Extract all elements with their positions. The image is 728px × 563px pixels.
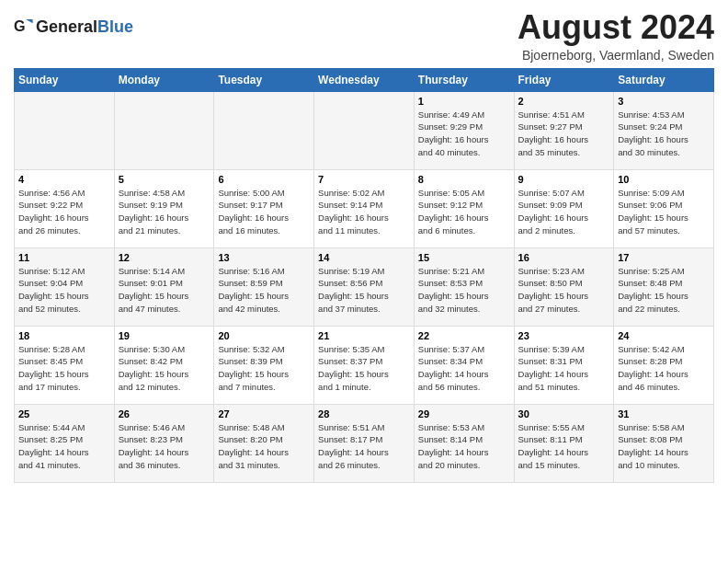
- day-number: 13: [218, 252, 310, 263]
- day-number: 26: [119, 408, 210, 419]
- day-number: 24: [618, 330, 710, 341]
- calendar-cell: [314, 91, 415, 169]
- calendar-cell: 15Sunrise: 5:21 AM Sunset: 8:53 PM Dayli…: [414, 247, 514, 326]
- day-number: 31: [618, 408, 710, 419]
- calendar-cell: 23Sunrise: 5:39 AM Sunset: 8:31 PM Dayli…: [514, 326, 614, 404]
- calendar-cell: 6Sunrise: 5:00 AM Sunset: 9:17 PM Daylig…: [214, 169, 314, 247]
- day-number: 28: [318, 408, 410, 419]
- calendar-week-row: 18Sunrise: 5:28 AM Sunset: 8:45 PM Dayli…: [15, 326, 714, 404]
- day-info: Sunrise: 4:51 AM Sunset: 9:27 PM Dayligh…: [518, 109, 610, 159]
- day-of-week-header: Thursday: [414, 68, 514, 91]
- calendar-cell: 3Sunrise: 4:53 AM Sunset: 9:24 PM Daylig…: [614, 91, 714, 169]
- calendar-cell: 31Sunrise: 5:58 AM Sunset: 8:08 PM Dayli…: [614, 404, 714, 482]
- logo-blue-text: Blue: [97, 17, 133, 37]
- calendar-cell: 12Sunrise: 5:14 AM Sunset: 9:01 PM Dayli…: [114, 247, 214, 326]
- day-info: Sunrise: 4:49 AM Sunset: 9:29 PM Dayligh…: [418, 109, 510, 159]
- day-info: Sunrise: 5:35 AM Sunset: 8:37 PM Dayligh…: [318, 343, 410, 394]
- calendar-cell: 1Sunrise: 4:49 AM Sunset: 9:29 PM Daylig…: [414, 91, 514, 169]
- day-number: 6: [218, 174, 310, 185]
- calendar-week-row: 1Sunrise: 4:49 AM Sunset: 9:29 PM Daylig…: [15, 91, 714, 169]
- day-info: Sunrise: 5:46 AM Sunset: 8:23 PM Dayligh…: [119, 421, 210, 472]
- calendar-cell: [114, 91, 214, 169]
- calendar-cell: 16Sunrise: 5:23 AM Sunset: 8:50 PM Dayli…: [514, 247, 614, 326]
- calendar-cell: 4Sunrise: 4:56 AM Sunset: 9:22 PM Daylig…: [15, 169, 115, 247]
- day-of-week-header: Friday: [514, 68, 614, 91]
- day-number: 23: [518, 330, 610, 341]
- calendar-week-row: 25Sunrise: 5:44 AM Sunset: 8:25 PM Dayli…: [15, 404, 714, 482]
- svg-marker-1: [26, 19, 32, 23]
- day-info: Sunrise: 5:30 AM Sunset: 8:42 PM Dayligh…: [119, 343, 210, 394]
- day-info: Sunrise: 4:58 AM Sunset: 9:19 PM Dayligh…: [119, 187, 210, 237]
- calendar-cell: [214, 91, 314, 169]
- day-number: 2: [518, 96, 610, 107]
- day-number: 27: [218, 408, 310, 419]
- calendar-cell: 2Sunrise: 4:51 AM Sunset: 9:27 PM Daylig…: [514, 91, 614, 169]
- day-number: 20: [218, 330, 310, 341]
- day-number: 18: [18, 330, 110, 341]
- logo-icon: G: [14, 17, 34, 37]
- calendar-header-row: SundayMondayTuesdayWednesdayThursdayFrid…: [15, 68, 714, 91]
- calendar-cell: 25Sunrise: 5:44 AM Sunset: 8:25 PM Dayli…: [15, 404, 115, 482]
- day-number: 30: [518, 408, 610, 419]
- calendar-cell: 8Sunrise: 5:05 AM Sunset: 9:12 PM Daylig…: [414, 169, 514, 247]
- day-number: 8: [418, 174, 510, 185]
- day-info: Sunrise: 5:51 AM Sunset: 8:17 PM Dayligh…: [318, 421, 410, 472]
- day-number: 5: [119, 174, 210, 185]
- day-number: 21: [318, 330, 410, 341]
- calendar-cell: 7Sunrise: 5:02 AM Sunset: 9:14 PM Daylig…: [314, 169, 415, 247]
- calendar-cell: 9Sunrise: 5:07 AM Sunset: 9:09 PM Daylig…: [514, 169, 614, 247]
- calendar-cell: 18Sunrise: 5:28 AM Sunset: 8:45 PM Dayli…: [15, 326, 115, 404]
- calendar-cell: [15, 91, 115, 169]
- day-info: Sunrise: 4:56 AM Sunset: 9:22 PM Dayligh…: [18, 187, 110, 237]
- calendar-cell: 17Sunrise: 5:25 AM Sunset: 8:48 PM Dayli…: [614, 247, 714, 326]
- day-info: Sunrise: 5:37 AM Sunset: 8:34 PM Dayligh…: [418, 343, 510, 394]
- day-info: Sunrise: 5:02 AM Sunset: 9:14 PM Dayligh…: [318, 187, 410, 237]
- day-info: Sunrise: 4:53 AM Sunset: 9:24 PM Dayligh…: [618, 109, 710, 159]
- day-info: Sunrise: 5:14 AM Sunset: 9:01 PM Dayligh…: [119, 265, 210, 316]
- day-info: Sunrise: 5:58 AM Sunset: 8:08 PM Dayligh…: [618, 421, 710, 472]
- calendar-cell: 26Sunrise: 5:46 AM Sunset: 8:23 PM Dayli…: [114, 404, 214, 482]
- day-of-week-header: Saturday: [614, 68, 714, 91]
- calendar-cell: 10Sunrise: 5:09 AM Sunset: 9:06 PM Dayli…: [614, 169, 714, 247]
- day-number: 14: [318, 252, 410, 263]
- day-info: Sunrise: 5:55 AM Sunset: 8:11 PM Dayligh…: [518, 421, 610, 472]
- title-section: August 2024 Bjoerneborg, Vaermland, Swed…: [518, 9, 714, 63]
- day-number: 29: [418, 408, 510, 419]
- day-info: Sunrise: 5:09 AM Sunset: 9:06 PM Dayligh…: [618, 187, 710, 237]
- calendar-cell: 27Sunrise: 5:48 AM Sunset: 8:20 PM Dayli…: [214, 404, 314, 482]
- day-of-week-header: Wednesday: [314, 68, 415, 91]
- calendar-cell: 11Sunrise: 5:12 AM Sunset: 9:04 PM Dayli…: [15, 247, 115, 326]
- day-info: Sunrise: 5:07 AM Sunset: 9:09 PM Dayligh…: [518, 187, 610, 237]
- calendar-cell: 24Sunrise: 5:42 AM Sunset: 8:28 PM Dayli…: [614, 326, 714, 404]
- day-info: Sunrise: 5:21 AM Sunset: 8:53 PM Dayligh…: [418, 265, 510, 316]
- day-number: 4: [18, 174, 110, 185]
- day-info: Sunrise: 5:25 AM Sunset: 8:48 PM Dayligh…: [618, 265, 710, 316]
- day-number: 19: [119, 330, 210, 341]
- day-number: 7: [318, 174, 410, 185]
- calendar-cell: 29Sunrise: 5:53 AM Sunset: 8:14 PM Dayli…: [414, 404, 514, 482]
- calendar-cell: 30Sunrise: 5:55 AM Sunset: 8:11 PM Dayli…: [514, 404, 614, 482]
- day-info: Sunrise: 5:12 AM Sunset: 9:04 PM Dayligh…: [18, 265, 110, 316]
- day-number: 15: [418, 252, 510, 263]
- day-info: Sunrise: 5:00 AM Sunset: 9:17 PM Dayligh…: [218, 187, 310, 237]
- calendar-cell: 22Sunrise: 5:37 AM Sunset: 8:34 PM Dayli…: [414, 326, 514, 404]
- month-title: August 2024: [518, 9, 714, 46]
- calendar-week-row: 11Sunrise: 5:12 AM Sunset: 9:04 PM Dayli…: [15, 247, 714, 326]
- day-number: 10: [618, 174, 710, 185]
- day-number: 12: [119, 252, 210, 263]
- calendar-cell: 19Sunrise: 5:30 AM Sunset: 8:42 PM Dayli…: [114, 326, 214, 404]
- day-info: Sunrise: 5:28 AM Sunset: 8:45 PM Dayligh…: [18, 343, 110, 394]
- day-number: 11: [18, 252, 110, 263]
- day-number: 17: [618, 252, 710, 263]
- day-info: Sunrise: 5:48 AM Sunset: 8:20 PM Dayligh…: [218, 421, 310, 472]
- calendar-cell: 13Sunrise: 5:16 AM Sunset: 8:59 PM Dayli…: [214, 247, 314, 326]
- day-number: 22: [418, 330, 510, 341]
- day-number: 9: [518, 174, 610, 185]
- day-info: Sunrise: 5:53 AM Sunset: 8:14 PM Dayligh…: [418, 421, 510, 472]
- day-info: Sunrise: 5:39 AM Sunset: 8:31 PM Dayligh…: [518, 343, 610, 394]
- location-subtitle: Bjoerneborg, Vaermland, Sweden: [518, 48, 714, 63]
- logo-general-text: General: [36, 17, 97, 37]
- calendar-week-row: 4Sunrise: 4:56 AM Sunset: 9:22 PM Daylig…: [15, 169, 714, 247]
- calendar-cell: 5Sunrise: 4:58 AM Sunset: 9:19 PM Daylig…: [114, 169, 214, 247]
- day-info: Sunrise: 5:32 AM Sunset: 8:39 PM Dayligh…: [218, 343, 310, 394]
